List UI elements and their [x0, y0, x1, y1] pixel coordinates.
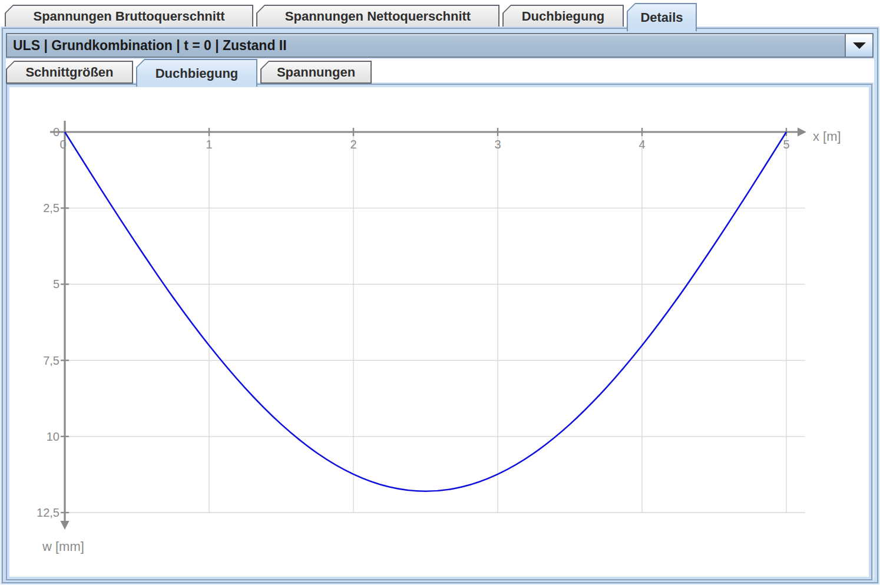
tab-label: Duchbiegung	[156, 66, 239, 81]
svg-text:2: 2	[350, 138, 356, 151]
chevron-down-icon	[853, 42, 866, 49]
svg-text:7,5: 7,5	[43, 354, 59, 367]
tab-label: Spannungen Bruttoquerschnitt	[33, 9, 224, 24]
x-axis-label: x [m]	[813, 129, 841, 144]
tab-label: Spannungen Nettoquerschnitt	[285, 9, 471, 24]
outer-tab-bar: Spannungen Bruttoquerschnitt Spannungen …	[5, 5, 697, 28]
svg-text:12,5: 12,5	[37, 506, 59, 519]
tab-spannungen-nettoquerschnitt[interactable]: Spannungen Nettoquerschnitt	[256, 5, 499, 28]
chart-grid	[65, 132, 805, 513]
svg-text:10: 10	[47, 430, 59, 443]
svg-text:2,5: 2,5	[43, 201, 59, 214]
svg-text:0: 0	[53, 125, 59, 138]
tab-label: Details	[640, 10, 683, 25]
tab-spannungen-inner[interactable]: Spannungen	[260, 61, 372, 84]
svg-text:3: 3	[494, 138, 501, 151]
combobox-value: ULS | Grundkombination | t = 0 | Zustand…	[7, 34, 845, 57]
tab-label: Schnittgrößen	[25, 65, 113, 80]
deflection-chart: 01234502,557,51012,5x [m]w [mm]	[9, 88, 868, 576]
application-window: Spannungen Bruttoquerschnitt Spannungen …	[0, 0, 880, 588]
svg-text:1: 1	[206, 138, 212, 151]
combobox-dropdown-button[interactable]	[845, 34, 872, 57]
svg-text:0: 0	[59, 138, 66, 151]
deflection-curve	[65, 132, 786, 491]
chart-tick-labels: 01234502,557,51012,5	[37, 125, 790, 519]
tab-duchbiegung[interactable]: Duchbiegung	[502, 5, 624, 28]
svg-text:5: 5	[783, 138, 789, 151]
tab-label: Duchbiegung	[522, 9, 605, 24]
svg-text:4: 4	[639, 138, 645, 151]
svg-text:5: 5	[53, 278, 59, 290]
load-combination-combobox[interactable]: ULS | Grundkombination | t = 0 | Zustand…	[6, 33, 874, 58]
chart-ticks	[61, 128, 786, 513]
tab-details[interactable]: Details	[627, 3, 697, 31]
tab-label: Spannungen	[277, 65, 355, 80]
tab-spannungen-bruttoquerschnitt[interactable]: Spannungen Bruttoquerschnitt	[5, 5, 253, 28]
tab-duchbiegung-inner[interactable]: Duchbiegung	[136, 59, 257, 87]
inner-tab-bar: Schnittgrößen Duchbiegung Spannungen	[6, 61, 372, 84]
tab-schnittgroessen[interactable]: Schnittgrößen	[6, 61, 133, 84]
chart-axes	[50, 121, 806, 530]
y-axis-label: w [mm]	[42, 539, 84, 554]
